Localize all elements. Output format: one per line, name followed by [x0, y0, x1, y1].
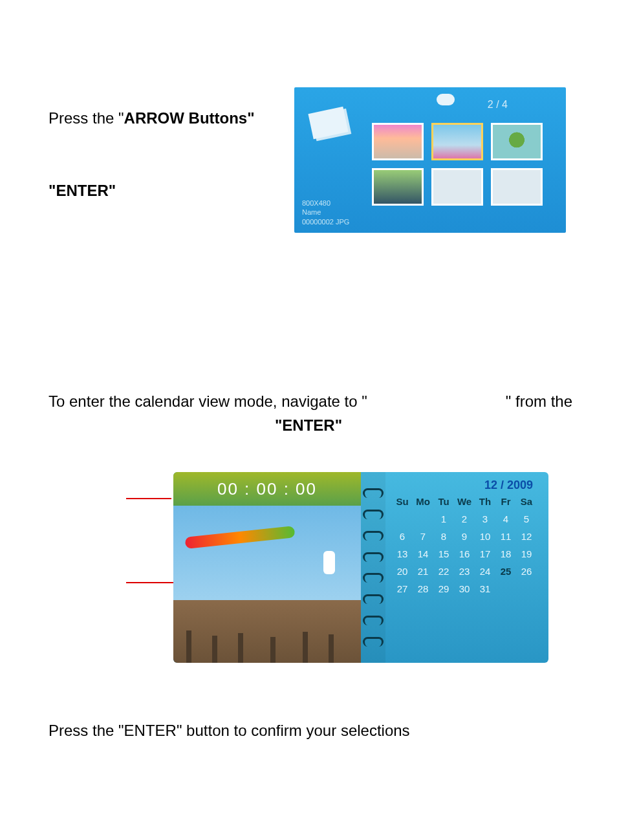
calendar-day-header: Fr — [495, 496, 516, 507]
calendar-month-year: 12 / 2009 — [392, 479, 537, 492]
calendar-day-cell: 30 — [454, 583, 475, 594]
instruction-arrow-buttons: Press the "ARROW Buttons" — [49, 107, 255, 130]
clock-display: 00 : 00 : 00 — [173, 472, 361, 506]
calendar-day-header: Mo — [413, 496, 433, 507]
calendar-day-cell: 10 — [475, 531, 495, 542]
calendar-day-cell: 18 — [495, 548, 516, 559]
calendar-day-cell — [495, 583, 516, 594]
calendar-day-cell: 23 — [454, 566, 475, 577]
calendar-day-cell: 24 — [475, 566, 495, 577]
calendar-day-cell: 26 — [516, 566, 537, 577]
calendar-day-cell: 11 — [495, 531, 516, 542]
calendar-day-cell: 20 — [392, 566, 413, 577]
thumbnail — [372, 168, 424, 206]
calendar-day-header: Sa — [516, 496, 537, 507]
meta-filename: 00000002 JPG — [302, 217, 349, 226]
calendar-day-cell — [516, 583, 537, 594]
calendar-day-cell: 17 — [475, 548, 495, 559]
thumbnail-empty — [431, 168, 483, 206]
calendar-day-header: We — [454, 496, 475, 507]
meta-name-label: Name — [302, 208, 349, 217]
calendar-day-cell: 29 — [433, 583, 454, 594]
calendar-day-cell: 14 — [413, 548, 433, 559]
calendar-day-cell: 16 — [454, 548, 475, 559]
calendar-day-cell: 9 — [454, 531, 475, 542]
calendar-left-pane: 00 : 00 : 00 — [173, 472, 361, 663]
text: " from the — [506, 390, 572, 413]
calendar-day-cell — [392, 513, 413, 524]
calendar-day-cell — [413, 513, 433, 524]
text: Press the " — [49, 109, 124, 127]
calendar-day-cell: 15 — [433, 548, 454, 559]
calendar-day-cell: 5 — [516, 513, 537, 524]
notebook-spine — [361, 472, 385, 663]
calendar-view-figure: 00 : 00 : 00 12 / 2009 SuMoTuWeThFrSa1 — [173, 472, 548, 663]
text-bold: ARROW Buttons" — [124, 109, 255, 127]
thumbnail-grid — [372, 123, 543, 206]
calendar-grid: SuMoTuWeThFrSa12345678910111213141516171… — [392, 496, 537, 594]
calendar-day-cell: 28 — [413, 583, 433, 594]
photos-stack-icon — [308, 107, 348, 140]
cloud-icon — [437, 94, 455, 105]
calendar-day-header: Th — [475, 496, 495, 507]
calendar-day-cell: 2 — [454, 513, 475, 524]
calendar-day-cell: 13 — [392, 548, 413, 559]
instruction-enter-1: "ENTER" — [49, 179, 116, 202]
instruction-confirm: Press the "ENTER" button to confirm your… — [49, 719, 410, 742]
calendar-day-cell: 12 — [516, 531, 537, 542]
calendar-day-cell: 21 — [413, 566, 433, 577]
calendar-day-cell: 7 — [413, 531, 433, 542]
calendar-day-cell: 3 — [475, 513, 495, 524]
instruction-calendar: To enter the calendar view mode, navigat… — [49, 390, 572, 413]
calendar-day-cell: 4 — [495, 513, 516, 524]
calendar-day-cell: 8 — [433, 531, 454, 542]
calendar-day-cell: 25 — [495, 566, 516, 577]
indicator-line-time — [126, 498, 171, 499]
calendar-day-cell: 1 — [433, 513, 454, 524]
calendar-day-cell: 19 — [516, 548, 537, 559]
calendar-right-pane: 12 / 2009 SuMoTuWeThFrSa1234567891011121… — [385, 472, 548, 663]
text: To enter the calendar view mode, navigat… — [49, 393, 367, 410]
calendar-day-header: Tu — [433, 496, 454, 507]
thumbnail-browser-figure: 2 / 4 800X480 Name 00000002 JPG — [294, 87, 566, 233]
thumbnail — [372, 123, 424, 160]
calendar-day-cell: 31 — [475, 583, 495, 594]
thumbnail-empty — [491, 168, 543, 206]
thumbnail-selected — [431, 123, 483, 160]
instruction-enter-2: "ENTER" — [0, 414, 617, 437]
slideshow-photo — [173, 506, 361, 663]
calendar-day-cell: 6 — [392, 531, 413, 542]
thumbnail-metadata: 800X480 Name 00000002 JPG — [302, 199, 349, 226]
calendar-day-header: Su — [392, 496, 413, 507]
calendar-day-cell: 27 — [392, 583, 413, 594]
thumbnail-counter: 2 / 4 — [488, 99, 508, 111]
meta-resolution: 800X480 — [302, 199, 349, 208]
calendar-day-cell: 22 — [433, 566, 454, 577]
thumbnail — [491, 123, 543, 160]
